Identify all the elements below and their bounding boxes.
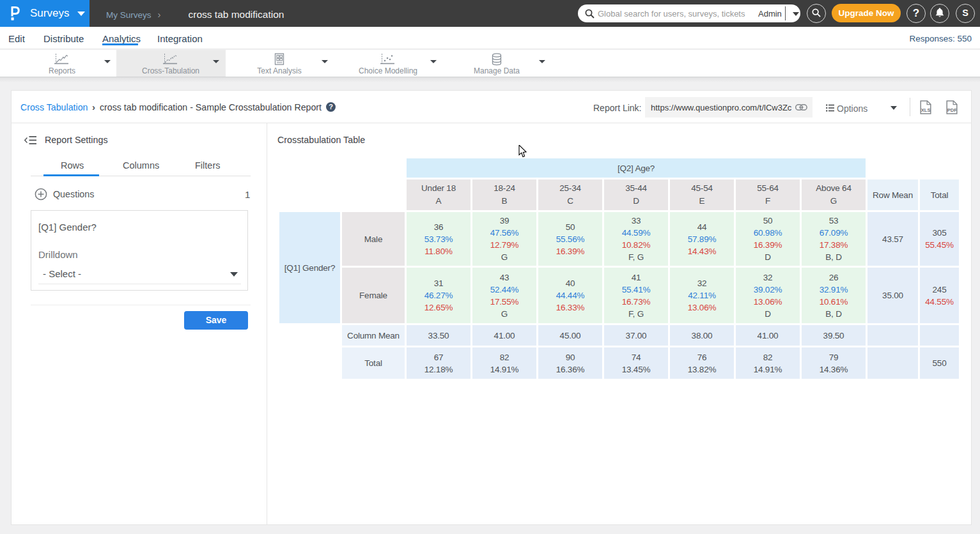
svg-text:PDF: PDF (947, 107, 958, 113)
svg-text:XLS: XLS (921, 107, 931, 113)
